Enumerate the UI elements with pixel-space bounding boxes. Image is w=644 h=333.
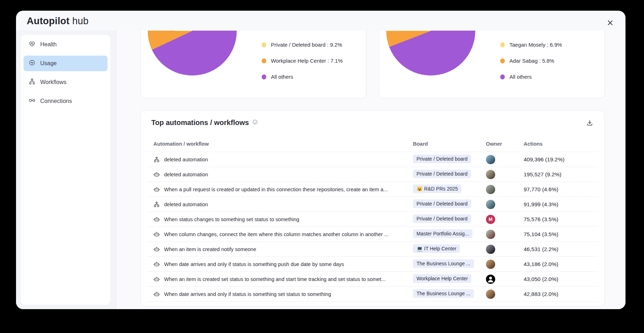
table-row: deleted automation Private / Deleted boa… (147, 197, 598, 212)
top-owners-pie-card: Taegan Mosely : 6.9% Adar Sabag : 5.8% A… (379, 31, 605, 98)
column-header-actions: Actions (524, 141, 598, 147)
avatar[interactable]: M (486, 215, 495, 224)
sidebar-item-label: Usage (40, 60, 57, 67)
table-row: When date arrives and only if status is … (147, 287, 598, 302)
sidebar-item-usage[interactable]: Usage (23, 56, 108, 71)
automation-name: When status changes to something set sta… (164, 217, 299, 222)
board-cell: Private / Deleted board (413, 199, 486, 209)
page-title-bold: Autopilot (27, 16, 69, 26)
actions-count: 42,883 (2.0%) (524, 291, 598, 297)
owner-cell (486, 290, 524, 299)
board-badge[interactable]: The Business Lounge ... (413, 289, 474, 298)
avatar[interactable] (486, 245, 495, 254)
table-row: When column changes, connect the item wh… (147, 227, 598, 242)
workflows-icon (28, 78, 36, 87)
actions-count: 75,104 (3.5%) (524, 231, 598, 238)
modal-body: Health Usage (16, 31, 625, 309)
sidebar-item-workflows[interactable]: Workflows (23, 74, 108, 90)
actions-count: 195,527 (9.2%) (524, 171, 598, 178)
automation-name-cell: When an item is created notify someone (153, 246, 413, 253)
automation-name-cell: When an item is created set status to so… (153, 276, 413, 282)
automation-name-cell: deleted automation (153, 171, 413, 178)
autopilot-hub-modal: Autopilot hub Health (16, 11, 625, 309)
avatar[interactable] (486, 260, 495, 269)
avatar[interactable] (486, 230, 495, 239)
board-badge[interactable]: The Business Lounge ... (413, 259, 474, 268)
avatar[interactable] (486, 275, 495, 284)
connections-icon (28, 97, 36, 105)
column-header-board: Board (413, 141, 486, 147)
automation-type-icon (153, 201, 160, 208)
robot-icon (153, 261, 160, 267)
avatar[interactable] (486, 200, 495, 209)
automation-type-icon (153, 291, 160, 297)
avatar[interactable] (486, 185, 495, 194)
owner-cell: M (486, 215, 524, 224)
board-badge[interactable]: Master Portfolio Assig... (413, 229, 472, 238)
automation-type-icon (153, 216, 160, 223)
avatar[interactable] (486, 290, 495, 299)
board-cell: Private / Deleted board (413, 214, 486, 224)
automation-name-cell: When status changes to something set sta… (153, 216, 413, 223)
board-cell: Master Portfolio Assig... (413, 229, 486, 239)
download-icon (586, 119, 593, 128)
actions-count: 75,576 (3.5%) (524, 216, 598, 223)
actions-count: 91,999 (4.3%) (524, 201, 598, 208)
automation-name: When date arrives and only if status is … (164, 261, 344, 267)
automation-name: When date arrives and only if status is … (164, 291, 331, 297)
actions-count: 409,396 (19.2%) (524, 156, 598, 163)
sidebar-item-label: Connections (40, 98, 72, 104)
board-badge[interactable]: Workplace Help Center (413, 274, 471, 283)
sidebar-item-health[interactable]: Health (23, 37, 108, 52)
robot-icon (153, 246, 160, 253)
boards-pie-legend: Private / Deleted board : 9.2% Workplace… (262, 37, 342, 85)
avatar[interactable] (486, 170, 495, 179)
robot-icon (153, 186, 160, 193)
robot-icon (153, 216, 160, 223)
board-badge[interactable]: 😺 R&D PRs 2025 (413, 184, 461, 193)
board-badge[interactable]: Private / Deleted board (413, 155, 471, 163)
info-icon[interactable] (252, 119, 258, 127)
robot-icon (153, 291, 160, 297)
legend-label: Workplace Help Center : 7.1% (271, 58, 342, 64)
table-header-row: Automation / workflow Board Owner Action… (147, 136, 598, 152)
legend-dot-yellow (262, 42, 266, 47)
automation-type-icon (153, 156, 160, 163)
boards-pie-chart (148, 31, 237, 76)
legend-label: Private / Deleted board : 9.2% (271, 42, 342, 48)
legend-item: All others (500, 69, 562, 85)
legend-label: Taegan Mosely : 6.9% (509, 42, 562, 48)
automation-type-icon (153, 276, 160, 282)
board-badge[interactable]: Private / Deleted board (413, 214, 471, 223)
automation-name-cell: When date arrives and only if status is … (153, 261, 413, 267)
owner-cell (486, 170, 524, 179)
page-title: Autopilot hub (27, 16, 89, 27)
table-row: When an item is created set status to so… (147, 272, 598, 287)
board-badge[interactable]: 💻 IT Help Center (413, 244, 460, 253)
automation-type-icon (153, 171, 160, 178)
avatar[interactable] (486, 155, 495, 164)
board-badge[interactable]: Private / Deleted board (413, 170, 471, 178)
default-user-icon (486, 275, 495, 284)
sidebar-panel: Health Usage (21, 35, 110, 305)
legend-dot-orange (262, 58, 266, 63)
download-button[interactable] (584, 118, 595, 129)
legend-dot-purple (262, 74, 266, 79)
board-badge[interactable]: Private / Deleted board (413, 199, 471, 208)
robot-icon (153, 171, 160, 178)
page-title-rest: hub (72, 16, 89, 26)
automation-name-cell: When a pull request is created or update… (153, 186, 413, 193)
owner-cell (486, 200, 524, 209)
automation-name-cell: When date arrives and only if status is … (153, 291, 413, 297)
table-title-text: Top automations / workflows (151, 119, 249, 127)
close-button[interactable] (605, 18, 616, 28)
automation-type-icon (153, 231, 160, 238)
board-cell: Private / Deleted board (413, 170, 486, 179)
robot-icon (153, 231, 160, 238)
sidebar-item-connections[interactable]: Connections (23, 93, 108, 109)
usage-content-scroll-area[interactable]: Private / Deleted board : 9.2% Workplace… (116, 31, 625, 309)
workflow-icon (153, 201, 160, 208)
legend-dot-yellow (500, 42, 505, 47)
automation-type-icon (153, 261, 160, 267)
legend-dot-orange (500, 58, 505, 63)
